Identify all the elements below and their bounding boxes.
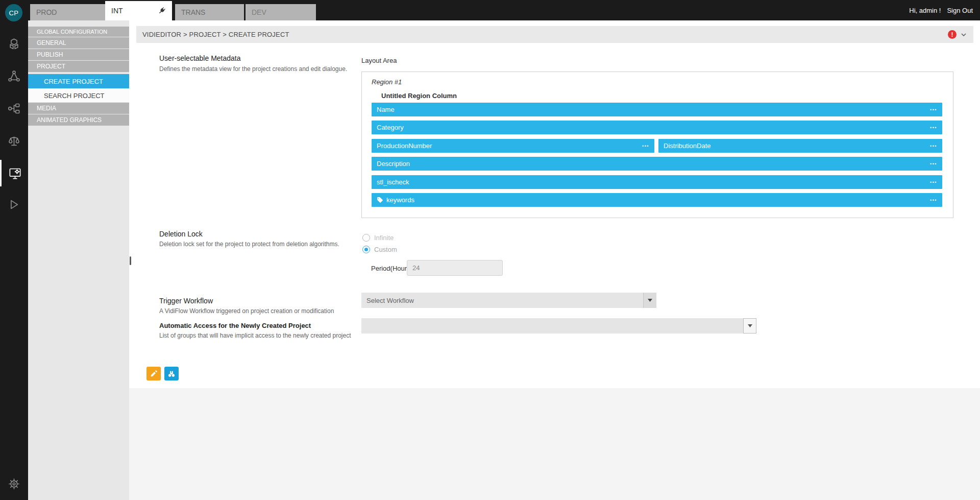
config-menu: GLOBAL CONFIGURATION GENERAL PUBLISH PRO…	[28, 20, 129, 500]
ellipsis-icon[interactable]	[642, 144, 649, 149]
field-label: Category	[377, 124, 404, 131]
pencil-icon	[150, 370, 158, 378]
radio-circle-selected-icon[interactable]	[362, 246, 370, 253]
metadata-field-productionnumber[interactable]: ProductionNumber	[372, 139, 654, 153]
player-icon[interactable]	[0, 191, 28, 218]
metadata-section-title: User-selectable Metadata	[159, 54, 241, 62]
tab-prod[interactable]: PROD	[30, 4, 105, 20]
metadata-section-description: Defines the metadata view for the projec…	[159, 65, 347, 73]
error-badge-icon[interactable]: !	[948, 30, 957, 39]
breadcrumb: VIDIEDITOR > PROJECT > CREATE PROJECT	[142, 31, 289, 38]
sign-out-link[interactable]: Sign Out	[947, 7, 973, 14]
ellipsis-icon[interactable]	[930, 180, 937, 185]
region-column-title: Untitled Region Column	[381, 92, 457, 100]
field-label: keywords	[386, 196, 414, 204]
menu-item-global-configuration[interactable]: GLOBAL CONFIGURATION	[28, 27, 129, 37]
top-bar: PROD INT TRANS DEV Hi, admin ! Sign Out	[28, 0, 980, 20]
period-hours-input[interactable]	[407, 260, 503, 276]
workflow-dropdown[interactable]: Select Workflow	[361, 293, 656, 308]
tab-label: DEV	[252, 8, 266, 16]
field-label: stl_ischeck	[377, 178, 409, 186]
cp-logo: CP	[5, 4, 22, 21]
tab-trans[interactable]: TRANS	[175, 4, 244, 20]
menu-item-general[interactable]: GENERAL	[28, 37, 129, 49]
tab-int[interactable]: INT	[105, 1, 172, 20]
config-portal-icon[interactable]	[0, 160, 28, 186]
access-groups-dropdown[interactable]	[361, 318, 756, 334]
metadata-field-keywords[interactable]: keywords	[372, 193, 942, 207]
region-title: Region #1	[372, 78, 402, 86]
menu-item-project[interactable]: PROJECT	[28, 61, 129, 72]
menu-item-animated-graphics[interactable]: ANIMATED GRAPHICS	[28, 114, 129, 126]
preview-button[interactable]	[164, 367, 179, 380]
field-label: DistributionDate	[664, 142, 711, 150]
plug-icon	[158, 7, 166, 15]
scale-icon[interactable]	[0, 128, 28, 154]
tab-dev[interactable]: DEV	[246, 4, 316, 20]
field-label: ProductionNumber	[377, 142, 432, 150]
auto-access-description: List of groups that will have implicit a…	[159, 332, 351, 339]
menu-item-create-project[interactable]: CREATE PROJECT	[28, 74, 129, 88]
radio-custom[interactable]: Custom	[362, 246, 397, 253]
menu-item-search-project[interactable]: SEARCH PROJECT	[28, 89, 129, 102]
trigger-workflow-description: A VidiFlow Workflow triggered on project…	[159, 307, 334, 315]
app-icon-rail: CP	[0, 0, 28, 500]
tab-label: TRANS	[181, 8, 205, 16]
user-greeting: Hi, admin !	[909, 7, 941, 14]
binoculars-icon	[167, 370, 176, 378]
field-label: Description	[377, 160, 410, 168]
chevron-down-icon[interactable]	[960, 32, 967, 37]
edit-button[interactable]	[146, 367, 161, 380]
ellipsis-icon[interactable]	[930, 125, 937, 130]
metadata-field-stl-ischeck[interactable]: stl_ischeck	[372, 175, 942, 189]
radio-label: Infinite	[374, 234, 394, 242]
workflow-icon[interactable]	[0, 95, 28, 122]
scrollbar-thumb[interactable]	[130, 256, 131, 265]
metadata-field-distributiondate[interactable]: DistributionDate	[658, 139, 942, 153]
menu-item-media[interactable]: MEDIA	[28, 103, 129, 114]
auto-access-title: Automatic Access for the Newly Created P…	[159, 322, 311, 329]
metadata-field-description[interactable]: Description	[372, 157, 942, 171]
breadcrumb-bar: VIDIEDITOR > PROJECT > CREATE PROJECT !	[136, 26, 973, 43]
radio-circle-icon[interactable]	[362, 234, 370, 242]
deletion-lock-description: Deletion lock set for the project to pro…	[159, 241, 339, 248]
ellipsis-icon[interactable]	[930, 107, 937, 112]
layout-area-label: Layout Area	[361, 57, 397, 64]
workflow-dropdown-value: Select Workflow	[361, 297, 414, 304]
period-hours-label: Period(Hours)	[371, 265, 412, 272]
radio-infinite[interactable]: Infinite	[362, 234, 394, 242]
ellipsis-icon[interactable]	[930, 161, 937, 166]
tab-label: INT	[111, 7, 123, 15]
dropdown-arrow-icon[interactable]	[743, 318, 756, 334]
environment-tabs: PROD INT TRANS DEV	[30, 1, 316, 20]
page-background	[129, 388, 980, 500]
integrations-icon[interactable]	[0, 63, 28, 89]
field-label: Name	[377, 106, 395, 113]
layout-region: Region #1 Untitled Region Column Name Ca…	[361, 72, 953, 218]
tab-label: PROD	[36, 8, 57, 16]
ellipsis-icon[interactable]	[930, 144, 937, 149]
settings-gears-icon[interactable]	[0, 470, 28, 497]
deletion-lock-title: Deletion Lock	[159, 230, 203, 238]
trigger-workflow-title: Trigger Workflow	[159, 297, 213, 305]
menu-item-publish[interactable]: PUBLISH	[28, 49, 129, 60]
metadata-field-name[interactable]: Name	[372, 103, 942, 116]
tag-icon	[377, 197, 383, 203]
metadata-field-category[interactable]: Category	[372, 121, 942, 134]
ellipsis-icon[interactable]	[930, 198, 937, 203]
dropdown-arrow-icon[interactable]	[643, 293, 656, 308]
user-area: Hi, admin ! Sign Out	[909, 0, 973, 20]
modules-icon[interactable]	[0, 31, 28, 57]
radio-label: Custom	[374, 246, 397, 253]
